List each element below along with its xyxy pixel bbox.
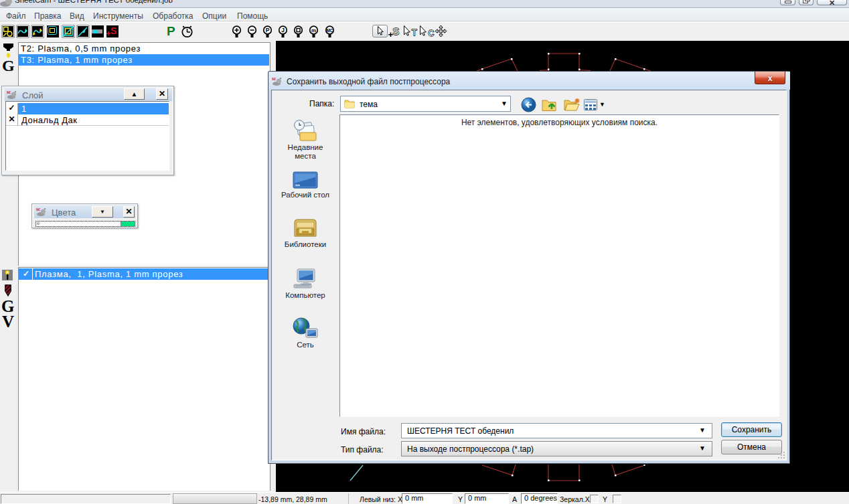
svg-text:sc: sc	[7, 89, 11, 95]
svg-text:sc: sc	[36, 206, 41, 212]
svg-text:sc: sc	[272, 76, 277, 82]
svg-text:S: S	[110, 25, 117, 36]
svg-text:J: J	[281, 27, 285, 33]
svg-text:P: P	[266, 27, 270, 33]
svg-text:T: T	[412, 28, 417, 37]
svg-text:MC: MC	[326, 28, 333, 33]
svg-text:m: m	[311, 27, 316, 33]
svg-text:S: S	[393, 26, 400, 37]
svg-text:C: C	[429, 29, 435, 38]
